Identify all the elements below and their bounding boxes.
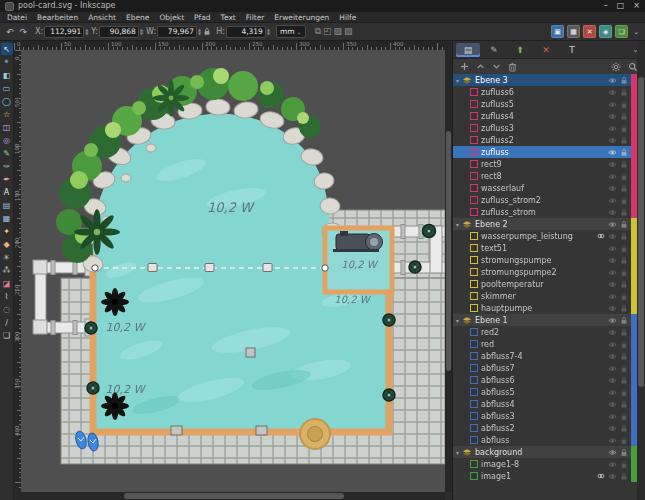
visibility-toggle-icon[interactable] <box>608 436 617 445</box>
lock-toggle-icon[interactable] <box>620 460 628 469</box>
lock-toggle-icon[interactable] <box>620 448 628 457</box>
tool-eraser-icon[interactable]: ◪ <box>1 277 13 289</box>
object-row-abfluss2[interactable]: abfluss2 <box>453 422 638 434</box>
object-row-zufluss6[interactable]: zufluss6 <box>453 86 638 98</box>
redo-icon[interactable]: ↷ <box>18 26 30 38</box>
object-row-zufluss_strom[interactable]: zufluss_strom <box>453 206 638 218</box>
canvas-vertical-scrollbar[interactable] <box>445 41 452 492</box>
object-row-zufluss_strom2[interactable]: zufluss_strom2 <box>453 194 638 206</box>
tool-box-3d-icon[interactable]: ◫ <box>1 121 13 133</box>
object-row-skimmer[interactable]: skimmer <box>453 290 638 302</box>
lock-toggle-icon[interactable] <box>620 160 628 169</box>
tool-rectangle-icon[interactable]: ▭ <box>1 82 13 94</box>
lock-toggle-icon[interactable] <box>620 472 628 481</box>
visibility-toggle-icon[interactable] <box>608 184 617 193</box>
snap-bbox-icon[interactable]: ▣ <box>551 25 564 38</box>
visibility-toggle-icon[interactable] <box>608 364 617 373</box>
lock-toggle-icon[interactable] <box>620 376 628 385</box>
visibility-toggle-icon[interactable] <box>608 304 617 313</box>
object-row-abfluss3[interactable]: abfluss3 <box>453 410 638 422</box>
export-tab[interactable]: ⬆ <box>508 43 532 57</box>
object-row-zufluss2[interactable]: zufluss2 <box>453 134 638 146</box>
x-field-spinner[interactable]: ▲▼ <box>85 28 88 35</box>
visibility-toggle-icon[interactable] <box>608 160 617 169</box>
canvas-horizontal-scrollbar[interactable] <box>14 492 445 500</box>
lock-toggle-icon[interactable] <box>620 244 628 253</box>
object-row-abfluss6[interactable]: abfluss6 <box>453 374 638 386</box>
visibility-toggle-icon[interactable] <box>608 148 617 157</box>
tool-selector-icon[interactable]: ↖ <box>1 43 13 55</box>
tool-spiral-icon[interactable]: ◎ <box>1 134 13 146</box>
object-row-rect9[interactable]: rect9 <box>453 158 638 170</box>
w-field-input[interactable]: 79,967 <box>157 26 197 38</box>
move-up-icon[interactable] <box>476 62 485 71</box>
visibility-toggle-icon[interactable] <box>608 88 617 97</box>
visibility-toggle-icon[interactable] <box>608 100 617 109</box>
tool-calligraphy-icon[interactable]: ✒ <box>1 173 13 185</box>
minimize-button[interactable]: – <box>604 0 608 12</box>
scrollbar-thumb[interactable] <box>124 493 344 499</box>
layer-row-background[interactable]: ▾background <box>453 446 638 458</box>
lock-toggle-icon[interactable] <box>620 328 628 337</box>
visibility-toggle-icon[interactable] <box>608 340 617 349</box>
visibility-toggle-icon[interactable] <box>608 136 617 145</box>
tool-fill-icon[interactable]: ◆ <box>1 238 13 250</box>
visibility-toggle-icon[interactable] <box>608 208 617 217</box>
visibility-toggle-icon[interactable] <box>608 400 617 409</box>
add-icon[interactable] <box>460 62 469 71</box>
lock-toggle-icon[interactable] <box>620 340 628 349</box>
visibility-toggle-icon[interactable] <box>608 232 617 241</box>
lock-toggle-icon[interactable] <box>620 76 628 85</box>
expand-triangle-icon[interactable]: ▾ <box>453 221 462 228</box>
transform-gradient-toggle-icon[interactable]: ▧ <box>334 26 343 37</box>
object-row-wasserlauf[interactable]: wasserlauf <box>453 182 638 194</box>
layer-row-ebene-3[interactable]: ▾Ebene 3 <box>453 74 638 86</box>
visibility-toggle-icon[interactable] <box>608 76 617 85</box>
tool-mesh-icon[interactable]: ▦ <box>1 212 13 224</box>
delete-icon[interactable] <box>508 62 517 72</box>
object-row-red2[interactable]: red2 <box>453 326 638 338</box>
object-row-abfluss5[interactable]: abfluss5 <box>453 386 638 398</box>
tool-node-icon[interactable]: ⌖ <box>1 56 13 68</box>
visibility-toggle-icon[interactable] <box>608 328 617 337</box>
close-button[interactable]: × <box>633 0 640 12</box>
tool-measure-icon[interactable]: ∕ <box>1 316 13 328</box>
menu-hilfe[interactable]: Hilfe <box>334 12 361 23</box>
visibility-toggle-icon[interactable] <box>608 472 617 481</box>
visibility-toggle-icon[interactable] <box>608 112 617 121</box>
visibility-toggle-icon[interactable] <box>608 448 617 457</box>
lock-toggle-icon[interactable] <box>620 280 628 289</box>
tool-shape-builder-icon[interactable]: ◧ <box>1 69 13 81</box>
menu-text[interactable]: Text <box>216 12 241 23</box>
lock-toggle-icon[interactable] <box>620 184 628 193</box>
snap-nodes-icon[interactable]: ▦ <box>567 25 580 38</box>
lock-toggle-icon[interactable] <box>620 124 628 133</box>
object-row-wasserpumpe_leistung[interactable]: wasserpumpe_leistung <box>453 230 638 242</box>
lock-toggle-icon[interactable] <box>620 292 628 301</box>
transform-stroke-toggle-icon[interactable]: ⧉ <box>315 26 321 37</box>
transform-corners-toggle-icon[interactable]: ◰ <box>323 26 332 37</box>
object-row-rect8[interactable]: rect8 <box>453 170 638 182</box>
visibility-toggle-icon[interactable] <box>608 244 617 253</box>
text-tab[interactable]: T <box>560 43 584 57</box>
move-down-icon[interactable] <box>492 62 501 71</box>
close-dialog-tab[interactable]: ✕ <box>534 43 558 57</box>
object-row-zufluss4[interactable]: zufluss4 <box>453 110 638 122</box>
object-row-image1-8[interactable]: image1-8 <box>453 458 638 470</box>
zoom-selection-icon[interactable]: ◈ <box>599 25 612 38</box>
lock-toggle-icon[interactable] <box>620 112 628 121</box>
toolbar-overflow-chevron[interactable]: ⌄ <box>631 26 641 38</box>
object-row-hauptpumpe[interactable]: hauptpumpe <box>453 302 638 314</box>
y-field-input[interactable]: 90,868 <box>99 26 139 38</box>
canvas[interactable]: 10,2 W 10,2 W 10,2 W 10,2 W 10,2 W <box>21 50 445 492</box>
tool-ellipse-icon[interactable]: ◯ <box>1 95 13 107</box>
visibility-toggle-icon[interactable] <box>608 316 617 325</box>
h-field-input[interactable]: 4,319 <box>226 26 266 38</box>
expand-triangle-icon[interactable]: ▾ <box>453 317 462 324</box>
lock-toggle-icon[interactable] <box>620 88 628 97</box>
object-row-stromungspumpe2[interactable]: stromungspumpe2 <box>453 266 638 278</box>
maximize-button[interactable]: □ <box>617 0 625 12</box>
object-row-pooltemperatur[interactable]: pooltemperatur <box>453 278 638 290</box>
lock-toggle-icon[interactable] <box>620 148 628 157</box>
tool-dropper-icon[interactable]: ✦ <box>1 225 13 237</box>
